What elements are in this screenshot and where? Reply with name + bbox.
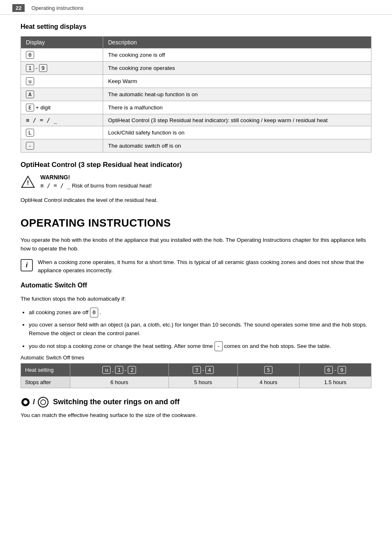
display-symbol: 9 — [39, 64, 47, 72]
info-text: When a cooking zone operates, it hums fo… — [38, 258, 371, 275]
warning-block: ! WARNING! ≡ / = / _ Risk of burns from … — [21, 174, 371, 190]
optiheat-symbol: ≡ / = / _ — [26, 117, 57, 123]
warning-title: WARNING! — [40, 174, 371, 181]
table-row: - The automatic switch off is on — [21, 139, 371, 153]
col4-value: 1.5 hours — [299, 376, 371, 388]
col2-symbol2: 4 — [205, 366, 214, 374]
description-cell: The cooking zone is off — [103, 49, 371, 62]
col4-symbol: 6 — [325, 366, 333, 374]
rings-heading-text: Switching the outer rings on and off — [53, 398, 180, 406]
table-header-row: Heat setting u , 1 - 2 3 - 4 5 — [21, 363, 371, 376]
description-cell: OptiHeat Control (3 step Residual heat i… — [103, 114, 371, 126]
operating-instructions-section: OPERATING INSTRUCTIONS You operate the h… — [21, 217, 371, 275]
table-row: 0 The cooking zone is off — [21, 49, 371, 62]
col2-header: 3 - 4 — [168, 363, 238, 376]
ring-circle-icon — [37, 396, 49, 408]
list-item: all cooking zones are off 0 . — [29, 308, 371, 317]
table-row: A The automatic heat-up function is on — [21, 88, 371, 101]
switch-off-bullets: all cooking zones are off 0 . you cover … — [29, 308, 371, 351]
display-symbol: u — [26, 77, 34, 85]
description-cell: The automatic heat-up function is on — [103, 88, 371, 101]
warning-content: WARNING! ≡ / = / _ Risk of burns from re… — [40, 174, 371, 189]
optiheat-description: OptiHeat Control indicates the level of … — [21, 196, 371, 204]
display-cell: ≡ / = / _ — [21, 114, 103, 126]
operating-instructions-body: You operate the hob with the knobs of th… — [21, 236, 371, 253]
display-cell: 1 - 9 — [21, 62, 103, 75]
auto-switch-off-heading: Automatic Switch Off — [21, 282, 371, 289]
filled-circle-icon — [21, 397, 30, 407]
svg-point-2 — [23, 400, 28, 404]
info-icon: i — [21, 259, 33, 271]
heat-setting-heading: Heat setting displays — [21, 23, 371, 30]
svg-point-4 — [41, 400, 46, 405]
heat-setting-col-header: Heat setting — [21, 363, 70, 376]
display-symbol: A — [26, 90, 34, 98]
warning-risk-text: Risk of burns from residual heat! — [72, 183, 152, 189]
page-header-title: Operating instructions — [31, 5, 83, 11]
col1-symbol: u — [102, 366, 111, 374]
col2-value: 5 hours — [168, 376, 238, 388]
table-row: E + digit There is a malfunction — [21, 101, 371, 114]
col-display-header: Display — [21, 37, 103, 49]
switch-off-times-label: Automatic Switch Off times — [21, 354, 371, 361]
operating-instructions-heading: OPERATING INSTRUCTIONS — [21, 217, 371, 229]
svg-point-3 — [38, 397, 48, 407]
col2-symbol: 3 — [193, 366, 201, 374]
page-header: 22 Operating instructions — [0, 0, 392, 15]
main-content: Heat setting displays Display Descriptio… — [0, 23, 392, 436]
switch-off-times-table: Heat setting u , 1 - 2 3 - 4 5 — [21, 363, 371, 388]
heat-setting-table: Display Description 0 The cooking zone i… — [21, 36, 371, 153]
description-cell: Lock/Child safety function is on — [103, 126, 371, 139]
col4-header: 6 - 9 — [299, 363, 371, 376]
ring-icons: / — [21, 396, 49, 408]
col1-value: 6 hours — [70, 376, 169, 388]
list-item: you cover a sensor field with an object … — [29, 321, 371, 338]
display-cell: L — [21, 126, 103, 139]
description-cell: The automatic switch off is on — [103, 139, 371, 153]
col1-symbol3: 2 — [128, 366, 136, 374]
display-symbol: L — [26, 129, 34, 137]
switch-off-intro: The function stops the hob automatically… — [21, 295, 371, 303]
stops-after-label: Stops after — [21, 376, 70, 388]
minus-symbol: - — [214, 341, 223, 351]
svg-text:!: ! — [27, 179, 29, 186]
info-block: i When a cooking zone operates, it hums … — [21, 258, 371, 275]
col4-symbol2: 9 — [338, 366, 346, 374]
stops-after-row: Stops after 6 hours 5 hours 4 hours 1.5 … — [21, 376, 371, 388]
switching-rings-section: / Switching the outer rings on and off Y… — [21, 396, 371, 420]
col3-symbol: 5 — [264, 366, 272, 374]
col3-header: 5 — [238, 363, 299, 376]
warning-symbol: ≡ / = / _ — [40, 182, 70, 189]
display-cell: u — [21, 75, 103, 88]
rings-description: You can match the effective heating surf… — [21, 411, 371, 420]
display-cell: 0 — [21, 49, 103, 62]
list-item: you do not stop a cooking zone or change… — [29, 341, 371, 351]
table-row: L Lock/Child safety function is on — [21, 126, 371, 139]
optiheat-heading: OptiHeat Control (3 step Residual heat i… — [21, 161, 371, 169]
heat-setting-section: Heat setting displays Display Descriptio… — [21, 23, 371, 153]
display-symbol: E — [26, 104, 34, 111]
table-row: 1 - 9 The cooking zone operates — [21, 62, 371, 75]
display-cell: - — [21, 139, 103, 153]
display-symbol: - — [26, 142, 34, 150]
table-row: ≡ / = / _ OptiHeat Control (3 step Resid… — [21, 114, 371, 126]
display-cell: E + digit — [21, 101, 103, 114]
display-symbol: 0 — [26, 51, 34, 59]
warning-text: ≡ / = / _ Risk of burns from residual he… — [40, 182, 371, 189]
display-symbol: 1 — [26, 64, 34, 72]
optiheat-section: OptiHeat Control (3 step Residual heat i… — [21, 161, 371, 204]
page-number: 22 — [12, 4, 25, 12]
description-cell: Keep Warm — [103, 75, 371, 88]
zero-symbol: 0 — [90, 308, 98, 317]
col3-value: 4 hours — [238, 376, 299, 388]
display-cell: A — [21, 88, 103, 101]
auto-switch-off-section: Automatic Switch Off The function stops … — [21, 282, 371, 388]
col1-symbol2: 1 — [115, 366, 123, 374]
col1-header: u , 1 - 2 — [70, 363, 169, 376]
description-cell: The cooking zone operates — [103, 62, 371, 75]
table-row: u Keep Warm — [21, 75, 371, 88]
rings-heading-block: / Switching the outer rings on and off — [21, 396, 371, 408]
col-description-header: Description — [103, 37, 371, 49]
description-cell: There is a malfunction — [103, 101, 371, 114]
warning-icon: ! — [21, 175, 35, 190]
